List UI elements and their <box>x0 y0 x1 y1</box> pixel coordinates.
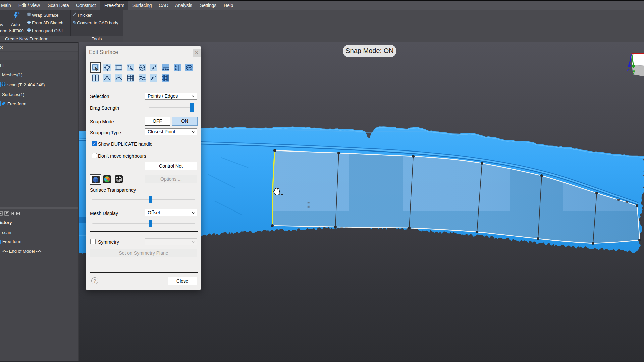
svg-text:y: y <box>633 68 635 74</box>
svg-text:z: z <box>627 67 629 72</box>
